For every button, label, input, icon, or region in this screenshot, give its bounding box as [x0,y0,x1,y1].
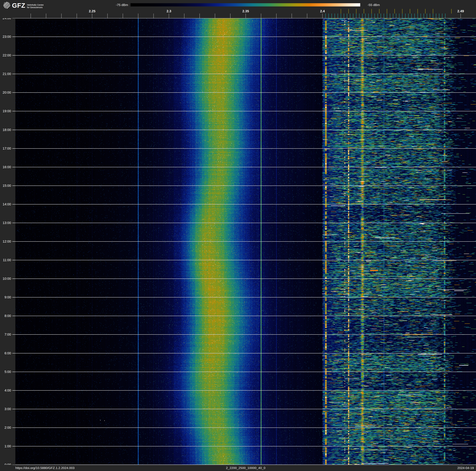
ble-channel-tick [341,14,341,18]
time-tick [12,446,15,446]
ble-channel-tick [338,14,338,18]
time-tick-label: 8:00 [0,314,11,318]
ble-channel-tick [408,14,408,18]
freq-minor-tick [138,14,138,18]
ble-channel-tick [381,14,381,18]
ble-channel-tick [442,14,442,18]
time-tick [12,36,15,37]
ble-channel-tick [399,14,399,18]
time-tick-label: 14:00 [0,202,11,206]
ble-channel-tick [418,14,418,18]
wifi-channel-tick [433,9,433,14]
ble-channel-tick [335,14,335,18]
ble-channel-tick [390,14,390,18]
time-tick-label: 20:00 [0,91,11,95]
colorbar-max-label: -55 dBm [368,3,380,6]
ble-channel-tick [430,14,430,18]
ble-channel-tick [332,14,332,18]
freq-tick-label: 2.4 [320,9,325,13]
time-tick [12,334,15,335]
time-tick-label: 4:00 [0,388,11,393]
time-tick [12,167,15,167]
wifi-channel-tick [356,9,357,14]
time-tick [12,316,15,316]
time-tick [12,92,15,93]
freq-minor-tick [153,14,154,18]
spectrogram-canvas [15,18,476,465]
time-tick-label: 23:00 [0,35,11,39]
ble-channel-tick [353,14,353,18]
gfz-logo-tagline-line2: for Geosciences [27,6,44,9]
wifi-channel-tick [451,9,452,14]
wifi-channel-tick [341,9,341,14]
ble-channel-tick [374,14,375,18]
freq-minor-tick [31,14,31,18]
ble-channel-tick [362,14,362,18]
ble-channel-tick [427,14,427,18]
ble-channel-tick [356,14,357,18]
wifi-channel-tick [372,9,372,14]
time-tick [12,372,15,372]
time-tick [12,130,15,130]
time-tick [12,260,15,260]
ble-channel-tick [350,14,350,18]
time-tick-label: 13:00 [0,221,11,225]
wifi-channel-tick [379,9,379,14]
freq-minor-tick [276,14,276,18]
time-tick-label: 12:00 [0,239,11,244]
freq-minor-tick [292,14,292,18]
time-tick [12,390,15,391]
freq-minor-tick [246,14,246,18]
ble-channel-tick [372,14,372,18]
time-tick [12,111,15,111]
time-axis: 24:0023:0022:0021:0020:0019:0018:0017:00… [0,0,15,471]
freq-minor-tick [184,14,184,18]
ble-channel-tick [365,14,366,18]
time-tick-label: 17:00 [0,146,11,151]
time-tick-label: 15:00 [0,183,11,188]
freq-minor-tick [230,14,230,18]
time-tick-label: 22:00 [0,53,11,57]
freq-minor-tick [107,14,108,18]
header-bar: GFZ Helmholtz Centre for Geosciences -75… [0,0,476,18]
time-tick-label: 21:00 [0,72,11,76]
ble-channel-tick [424,14,424,18]
time-tick [12,55,15,55]
wifi-channel-tick [402,9,402,14]
freq-tick-label: 2.35 [242,9,249,13]
doi-text: https://doi.org/10.5880/GFZ.1.2.2024.003 [15,465,74,471]
freq-minor-tick [261,14,261,18]
ble-channel-tick [384,14,384,18]
wifi-channel-tick [348,9,349,14]
ble-channel-tick [436,14,436,18]
dataset-id-text: 2_2200_2500_10000_40_0 [226,465,266,471]
gfz-logo-tagline: Helmholtz Centre for Geosciences [27,4,44,9]
wifi-channel-tick [425,9,425,14]
ble-channel-tick [433,14,433,18]
time-tick-label: 9:00 [0,295,11,299]
time-tick-label: 5:00 [0,370,11,374]
freq-minor-tick [169,14,169,18]
ble-channel-tick [359,14,359,18]
ble-channel-tick [368,14,369,18]
gfz-logo-tagline-line1: Helmholtz Centre [27,4,44,6]
time-tick-label: 2:00 [0,425,11,430]
time-tick-label: 10:00 [0,276,11,281]
ble-channel-tick [393,14,393,18]
time-tick [12,297,15,297]
time-tick-label: 16:00 [0,165,11,169]
time-tick [12,279,15,279]
freq-minor-tick [215,14,215,18]
gfz-logo-acronym: GFZ [12,2,25,9]
time-tick [12,185,15,186]
ble-channel-tick [411,14,412,18]
time-tick-label: 7:00 [0,332,11,337]
ble-channel-tick [387,14,387,18]
time-tick [12,353,15,353]
freq-minor-tick [92,14,92,18]
footer-bar: https://doi.org/10.5880/GFZ.1.2.2024.003… [0,465,476,471]
time-tick [12,148,15,149]
freq-minor-tick [307,14,307,18]
ble-channel-tick [344,14,344,18]
ble-channel-tick [328,14,329,18]
